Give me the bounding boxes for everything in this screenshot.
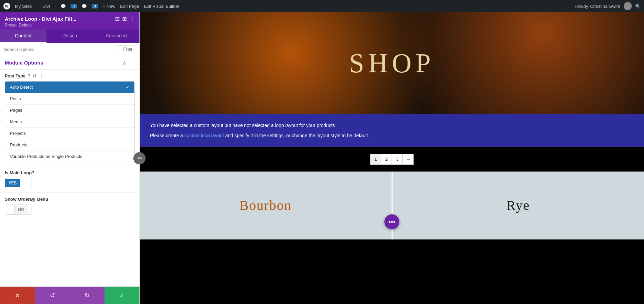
- product-name-rye: Rye: [507, 197, 530, 213]
- panel-preset[interactable]: Preset: Default: [5, 23, 135, 28]
- new-link[interactable]: + New: [103, 4, 115, 9]
- show-orderby-label: Show OrderBy Menu: [5, 197, 135, 202]
- main-layout: Archive Loop - Divi Ajax Filt... ⊡ ⊞ ⋮ P…: [0, 12, 644, 304]
- shop-banner: SHOP: [140, 12, 644, 114]
- is-main-loop-toggle[interactable]: YES: [5, 178, 32, 188]
- comment-count: 3: [71, 4, 77, 8]
- comment-count-icon: 💬: [60, 4, 66, 9]
- page-btn-next[interactable]: →: [403, 154, 414, 165]
- shop-title: SHOP: [349, 48, 435, 79]
- search-input[interactable]: [4, 47, 114, 52]
- panel-title: Archive Loop - Divi Ajax Filt...: [5, 16, 76, 22]
- page-btn-2[interactable]: 2: [381, 154, 392, 165]
- admin-bar: W My Sites | Divi | 💬 3 💬 0 + New Edit P…: [0, 0, 644, 12]
- product-name-bourbon: Bourbon: [240, 197, 292, 213]
- toggle-thumb: [20, 178, 30, 188]
- tab-design[interactable]: Design: [46, 30, 93, 43]
- screen-icon[interactable]: ⊡: [115, 16, 119, 22]
- reply-icon: 💬: [81, 4, 87, 9]
- separator: |: [37, 4, 38, 9]
- exit-builder-link[interactable]: Exit Visual Builder: [144, 4, 179, 9]
- reply-count: 0: [92, 4, 98, 8]
- module-options-header: Module Options ∧ ⋮: [0, 56, 139, 70]
- panel-title-icons: ⊡ ⊞ ⋮: [115, 16, 135, 22]
- divi-link[interactable]: Divi: [42, 4, 50, 9]
- grid-icon[interactable]: ⊞: [122, 16, 127, 22]
- wp-logo-icon[interactable]: W: [3, 3, 10, 10]
- dropdown-item-posts[interactable]: Posts: [5, 93, 134, 105]
- page-btn-3[interactable]: 3: [392, 154, 403, 165]
- module-options-title: Module Options: [5, 60, 122, 66]
- product-card-bourbon: Bourbon: [140, 172, 392, 239]
- dropdown-item-products[interactable]: Products: [5, 139, 134, 151]
- is-main-loop-field: Is Main Loop? YES: [0, 166, 139, 193]
- edit-page-link[interactable]: Edit Page: [120, 4, 139, 9]
- cancel-button[interactable]: ✕: [0, 287, 35, 304]
- notice-line2-prefix: Please create a: [150, 133, 184, 138]
- floating-action-button[interactable]: •••: [384, 214, 399, 229]
- show-orderby-toggle[interactable]: NO: [5, 204, 32, 215]
- toggle-no-label[interactable]: NO: [15, 205, 27, 214]
- section-icons: ∧ ⋮: [122, 59, 135, 66]
- post-type-dropdown: Auto Detect ✓ Posts Pages Media Projects…: [5, 81, 135, 162]
- admin-bar-right: Howdy, Christina Gwira 🔍: [574, 2, 641, 10]
- tab-bar: Content Design Advanced: [0, 30, 139, 43]
- undo-button[interactable]: ↺: [35, 287, 70, 304]
- dropdown-item-projects[interactable]: Projects: [5, 128, 134, 139]
- panel-title-row: Archive Loop - Divi Ajax Filt... ⊡ ⊞ ⋮: [5, 16, 135, 22]
- toggle-yes-label[interactable]: YES: [5, 179, 20, 187]
- dropdown-item-auto-detect[interactable]: Auto Detect ✓: [5, 82, 134, 93]
- custom-loop-layout-link[interactable]: custom loop layout: [184, 133, 224, 138]
- is-main-loop-label: Is Main Loop?: [5, 170, 135, 175]
- panel-toggle-arrow[interactable]: ⇔: [133, 152, 146, 164]
- notice-line2: Please create a custom loop layout and s…: [150, 132, 634, 139]
- search-bar: + Filter: [0, 43, 139, 56]
- tab-content[interactable]: Content: [0, 30, 46, 43]
- bottom-action-bar: ✕ ↺ ↻ ✓: [0, 286, 139, 304]
- howdy-text: Howdy, Christina Gwira: [574, 4, 620, 9]
- show-orderby-field: Show OrderBy Menu NO: [0, 193, 139, 219]
- search-icon[interactable]: 🔍: [635, 4, 641, 9]
- reset-icon[interactable]: ↺: [33, 73, 37, 78]
- separator2: |: [55, 4, 56, 9]
- canvas-area: SHOP You have selected a custom layout b…: [140, 12, 644, 304]
- tab-advanced[interactable]: Advanced: [93, 30, 139, 43]
- product-card-rye: Rye: [392, 172, 644, 239]
- dropdown-item-variable-products[interactable]: Variable Products as Single Products: [5, 151, 134, 162]
- save-button[interactable]: ✓: [105, 287, 139, 304]
- redo-button[interactable]: ↻: [70, 287, 105, 304]
- dropdown-item-media[interactable]: Media: [5, 116, 134, 128]
- dropdown-item-pages[interactable]: Pages: [5, 105, 134, 116]
- notice-line2-suffix: and specify it in the settings, or chang…: [224, 133, 369, 138]
- panel-content: Module Options ∧ ⋮ Post Type ? ↺ ⋮ Auto …: [0, 56, 139, 286]
- plus-icon: +: [103, 4, 107, 9]
- blue-notice: You have selected a custom layout but ha…: [140, 114, 644, 147]
- more-field-icon[interactable]: ⋮: [39, 73, 43, 78]
- admin-bar-left: W My Sites | Divi | 💬 3 💬 0 + New Edit P…: [3, 3, 569, 10]
- more-icon[interactable]: ⋮: [129, 59, 135, 66]
- left-panel: Archive Loop - Divi Ajax Filt... ⊡ ⊞ ⋮ P…: [0, 12, 140, 304]
- help-icon[interactable]: ?: [27, 73, 31, 78]
- avatar: [624, 2, 632, 10]
- toggle-no-thumb: [5, 205, 15, 214]
- post-type-field: Post Type ? ↺ ⋮ Auto Detect ✓ Posts Page…: [0, 70, 139, 166]
- collapse-icon[interactable]: ∧: [122, 59, 127, 66]
- page-btn-1[interactable]: 1: [370, 154, 381, 165]
- pagination: 1 2 3 →: [140, 147, 644, 172]
- menu-dots-icon[interactable]: ⋮: [129, 16, 135, 22]
- panel-header: Archive Loop - Divi Ajax Filt... ⊡ ⊞ ⋮ P…: [0, 12, 139, 30]
- filter-button[interactable]: + Filter: [117, 46, 135, 53]
- post-type-label: Post Type ? ↺ ⋮: [5, 73, 135, 78]
- my-sites-link[interactable]: My Sites: [15, 4, 32, 9]
- check-icon: ✓: [126, 85, 130, 90]
- notice-line1: You have selected a custom layout but ha…: [150, 122, 634, 129]
